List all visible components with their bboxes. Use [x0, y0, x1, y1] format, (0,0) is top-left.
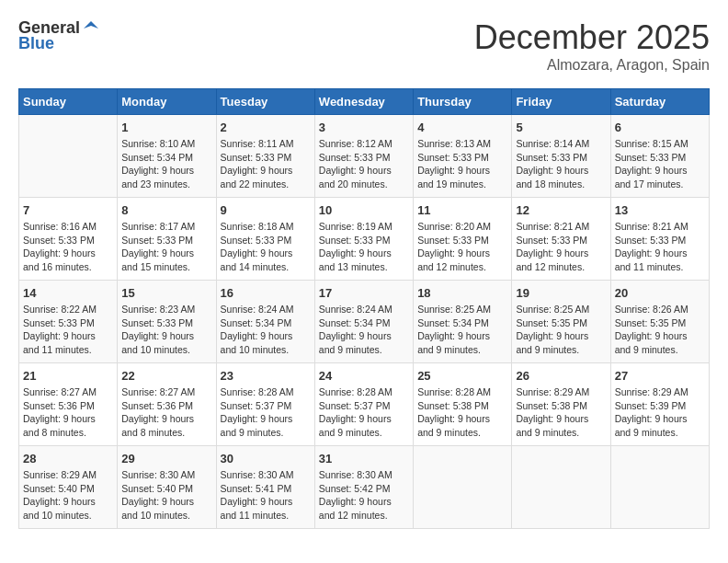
day-info: Sunrise: 8:28 AM Sunset: 5:37 PM Dayligh… [319, 385, 409, 440]
day-number: 25 [417, 369, 507, 383]
weekday-header: Tuesday [216, 89, 314, 115]
calendar-cell [610, 446, 709, 529]
day-number: 4 [417, 121, 507, 134]
day-info: Sunrise: 8:16 AM Sunset: 5:33 PM Dayligh… [23, 220, 113, 274]
weekday-header: Wednesday [314, 89, 413, 115]
day-number: 30 [221, 452, 311, 465]
weekday-header: Saturday [610, 89, 709, 115]
weekday-header: Thursday [414, 89, 512, 115]
day-info: Sunrise: 8:17 AM Sunset: 5:33 PM Dayligh… [121, 220, 211, 274]
day-info: Sunrise: 8:18 AM Sunset: 5:33 PM Dayligh… [221, 220, 311, 274]
calendar-cell: 25Sunrise: 8:28 AM Sunset: 5:38 PM Dayli… [414, 363, 512, 446]
calendar-cell: 19Sunrise: 8:25 AM Sunset: 5:35 PM Dayli… [512, 281, 610, 363]
day-number: 1 [121, 121, 211, 134]
calendar-cell: 27Sunrise: 8:29 AM Sunset: 5:39 PM Dayli… [610, 363, 709, 446]
day-number: 5 [516, 121, 606, 134]
day-number: 28 [23, 452, 113, 465]
day-number: 12 [516, 203, 606, 217]
day-number: 14 [23, 286, 113, 300]
svg-marker-0 [84, 21, 98, 29]
day-number: 9 [221, 203, 311, 217]
weekday-row: SundayMondayTuesdayWednesdayThursdayFrid… [19, 89, 710, 115]
day-info: Sunrise: 8:30 AM Sunset: 5:42 PM Dayligh… [319, 468, 409, 523]
calendar-cell: 9Sunrise: 8:18 AM Sunset: 5:33 PM Daylig… [216, 198, 314, 281]
day-info: Sunrise: 8:30 AM Sunset: 5:41 PM Dayligh… [221, 468, 311, 523]
calendar-cell: 29Sunrise: 8:30 AM Sunset: 5:40 PM Dayli… [118, 446, 216, 529]
calendar-cell: 16Sunrise: 8:24 AM Sunset: 5:34 PM Dayli… [216, 281, 314, 363]
day-info: Sunrise: 8:10 AM Sunset: 5:34 PM Dayligh… [121, 137, 211, 191]
day-info: Sunrise: 8:29 AM Sunset: 5:39 PM Dayligh… [615, 385, 705, 440]
day-info: Sunrise: 8:28 AM Sunset: 5:38 PM Dayligh… [417, 385, 507, 440]
logo-blue: Blue [18, 34, 54, 53]
calendar-table: SundayMondayTuesdayWednesdayThursdayFrid… [18, 88, 710, 529]
calendar-cell: 23Sunrise: 8:28 AM Sunset: 5:37 PM Dayli… [216, 363, 314, 446]
calendar-cell [19, 115, 118, 198]
day-number: 19 [516, 286, 606, 300]
weekday-header: Sunday [19, 89, 118, 115]
calendar-cell: 17Sunrise: 8:24 AM Sunset: 5:34 PM Dayli… [314, 281, 413, 363]
calendar-cell: 31Sunrise: 8:30 AM Sunset: 5:42 PM Dayli… [314, 446, 413, 529]
calendar-cell: 26Sunrise: 8:29 AM Sunset: 5:38 PM Dayli… [512, 363, 610, 446]
day-info: Sunrise: 8:29 AM Sunset: 5:40 PM Dayligh… [23, 468, 113, 523]
day-info: Sunrise: 8:15 AM Sunset: 5:33 PM Dayligh… [615, 137, 705, 191]
day-number: 23 [221, 369, 311, 383]
day-number: 2 [221, 121, 311, 134]
day-info: Sunrise: 8:24 AM Sunset: 5:34 PM Dayligh… [319, 303, 409, 357]
day-info: Sunrise: 8:29 AM Sunset: 5:38 PM Dayligh… [516, 385, 606, 440]
day-number: 10 [319, 203, 409, 217]
day-info: Sunrise: 8:23 AM Sunset: 5:33 PM Dayligh… [121, 303, 211, 357]
day-info: Sunrise: 8:19 AM Sunset: 5:33 PM Dayligh… [319, 220, 409, 274]
calendar-cell: 11Sunrise: 8:20 AM Sunset: 5:33 PM Dayli… [414, 198, 512, 281]
day-number: 13 [615, 203, 705, 217]
calendar-cell: 18Sunrise: 8:25 AM Sunset: 5:34 PM Dayli… [414, 281, 512, 363]
day-info: Sunrise: 8:20 AM Sunset: 5:33 PM Dayligh… [417, 220, 507, 274]
day-number: 6 [615, 121, 705, 134]
day-info: Sunrise: 8:25 AM Sunset: 5:35 PM Dayligh… [516, 303, 606, 357]
day-number: 11 [417, 203, 507, 217]
day-number: 24 [319, 369, 409, 383]
calendar-cell: 3Sunrise: 8:12 AM Sunset: 5:33 PM Daylig… [314, 115, 413, 198]
calendar-cell: 15Sunrise: 8:23 AM Sunset: 5:33 PM Dayli… [118, 281, 216, 363]
calendar-cell: 10Sunrise: 8:19 AM Sunset: 5:33 PM Dayli… [314, 198, 413, 281]
day-info: Sunrise: 8:21 AM Sunset: 5:33 PM Dayligh… [615, 220, 705, 274]
calendar-cell: 6Sunrise: 8:15 AM Sunset: 5:33 PM Daylig… [610, 115, 709, 198]
day-info: Sunrise: 8:11 AM Sunset: 5:33 PM Dayligh… [221, 137, 311, 191]
day-info: Sunrise: 8:26 AM Sunset: 5:35 PM Dayligh… [615, 303, 705, 357]
calendar-cell: 30Sunrise: 8:30 AM Sunset: 5:41 PM Dayli… [216, 446, 314, 529]
calendar-cell: 12Sunrise: 8:21 AM Sunset: 5:33 PM Dayli… [512, 198, 610, 281]
day-number: 26 [516, 369, 606, 383]
logo: General Blue [18, 18, 100, 53]
day-info: Sunrise: 8:13 AM Sunset: 5:33 PM Dayligh… [417, 137, 507, 191]
month-title: December 2025 [474, 18, 710, 57]
calendar-cell: 20Sunrise: 8:26 AM Sunset: 5:35 PM Dayli… [610, 281, 709, 363]
calendar-week-row: 1Sunrise: 8:10 AM Sunset: 5:34 PM Daylig… [19, 115, 710, 198]
weekday-header: Friday [512, 89, 610, 115]
day-number: 16 [221, 286, 311, 300]
calendar-cell: 5Sunrise: 8:14 AM Sunset: 5:33 PM Daylig… [512, 115, 610, 198]
day-info: Sunrise: 8:25 AM Sunset: 5:34 PM Dayligh… [417, 303, 507, 357]
day-number: 7 [23, 203, 113, 217]
day-info: Sunrise: 8:27 AM Sunset: 5:36 PM Dayligh… [23, 385, 113, 440]
day-info: Sunrise: 8:22 AM Sunset: 5:33 PM Dayligh… [23, 303, 113, 357]
calendar-cell [414, 446, 512, 529]
calendar-cell: 21Sunrise: 8:27 AM Sunset: 5:36 PM Dayli… [19, 363, 118, 446]
day-info: Sunrise: 8:28 AM Sunset: 5:37 PM Dayligh… [221, 385, 311, 440]
calendar-week-row: 14Sunrise: 8:22 AM Sunset: 5:33 PM Dayli… [19, 281, 710, 363]
day-number: 17 [319, 286, 409, 300]
calendar-cell: 13Sunrise: 8:21 AM Sunset: 5:33 PM Dayli… [610, 198, 709, 281]
calendar-week-row: 21Sunrise: 8:27 AM Sunset: 5:36 PM Dayli… [19, 363, 710, 446]
calendar-body: 1Sunrise: 8:10 AM Sunset: 5:34 PM Daylig… [19, 115, 710, 529]
day-number: 8 [121, 203, 211, 217]
calendar-cell: 7Sunrise: 8:16 AM Sunset: 5:33 PM Daylig… [19, 198, 118, 281]
calendar-cell: 24Sunrise: 8:28 AM Sunset: 5:37 PM Dayli… [314, 363, 413, 446]
day-info: Sunrise: 8:24 AM Sunset: 5:34 PM Dayligh… [221, 303, 311, 357]
day-number: 21 [23, 369, 113, 383]
calendar-cell: 14Sunrise: 8:22 AM Sunset: 5:33 PM Dayli… [19, 281, 118, 363]
calendar-cell: 8Sunrise: 8:17 AM Sunset: 5:33 PM Daylig… [118, 198, 216, 281]
day-info: Sunrise: 8:30 AM Sunset: 5:40 PM Dayligh… [121, 468, 211, 523]
weekday-header: Monday [118, 89, 216, 115]
calendar-week-row: 7Sunrise: 8:16 AM Sunset: 5:33 PM Daylig… [19, 198, 710, 281]
calendar-header: SundayMondayTuesdayWednesdayThursdayFrid… [19, 89, 710, 115]
day-info: Sunrise: 8:21 AM Sunset: 5:33 PM Dayligh… [516, 220, 606, 274]
location-title: Almozara, Aragon, Spain [474, 57, 710, 74]
